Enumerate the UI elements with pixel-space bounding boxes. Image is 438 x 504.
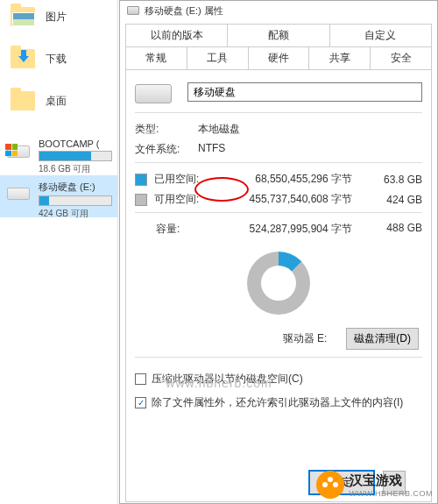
tab-previous-versions[interactable]: 以前的版本 [125,24,228,46]
brand-name: 汉宝游戏 [350,472,434,489]
index-checkbox[interactable] [135,397,146,408]
drive-name: BOOTCAMP ( [39,138,112,149]
disk-cleanup-button[interactable]: 磁盘清理(D) [346,328,419,350]
divider [135,162,422,163]
downloads-folder-icon [11,47,37,70]
used-bytes: 68,550,455,296 字节 [215,172,370,187]
filesystem-value: NTFS [198,142,225,157]
quick-label: 桌面 [46,94,67,109]
divider [135,112,422,113]
tab-general[interactable]: 常规 [125,46,187,70]
type-value: 本地磁盘 [198,122,240,137]
desktop-folder-icon [11,89,37,112]
brand-logo-icon [316,471,344,499]
drive-free-text: 424 GB 可用 [39,208,112,220]
properties-dialog: 移动硬盘 (E:) 属性 以前的版本 配额 自定义 常规 工具 硬件 共享 安全… [119,0,438,504]
divider [135,357,422,358]
type-label: 类型: [135,122,198,137]
disk-icon [127,6,139,15]
tab-sharing[interactable]: 共享 [309,46,371,70]
free-color-swatch [135,194,147,206]
used-human: 63.8 GB [370,174,422,186]
drive-letter-label: 驱动器 E: [283,331,328,346]
drive-name: 移动硬盘 (E:) [39,181,112,194]
windows-logo-icon [5,144,18,156]
drive-usage-bar [39,151,112,161]
compress-label: 压缩此驱动器以节约磁盘空间(C) [152,372,303,387]
drive-item-bootcamp[interactable]: BOOTCAMP ( 18.6 GB 可用 [0,133,117,175]
quick-access-desktop[interactable]: 桌面 [0,84,117,126]
drive-icon [7,142,32,160]
capacity-bytes: 524,287,995,904 字节 [214,222,370,237]
tab-hardware[interactable]: 硬件 [249,46,310,70]
free-label: 可用空间: [154,192,215,207]
drive-list: BOOTCAMP ( 18.6 GB 可用 移动硬盘 (E:) 424 GB 可… [0,133,117,217]
filesystem-label: 文件系统: [135,142,198,157]
free-human: 424 GB [370,194,422,206]
capacity-human: 488 GB [370,222,422,237]
index-label: 除了文件属性外，还允许索引此驱动器上文件的内容(I) [152,395,403,410]
tab-quota[interactable]: 配额 [228,24,329,46]
divider [135,212,422,213]
dialog-title-text: 移动硬盘 (E:) 属性 [145,4,223,18]
capacity-label: 容量: [156,222,214,237]
tab-page-general: 类型:本地磁盘 文件系统:NTFS 已用空间: 68,550,455,296 字… [125,70,432,502]
drive-free-text: 18.6 GB 可用 [39,163,112,175]
volume-name-input[interactable] [187,82,422,102]
tab-security[interactable]: 安全 [371,46,432,70]
pictures-folder-icon [11,5,37,28]
quick-access-downloads[interactable]: 下载 [0,42,117,84]
quick-label: 下载 [46,52,67,67]
quick-label: 图片 [46,10,67,25]
disk-large-icon [135,84,172,103]
brand-url: WWW.HBHERB.COM [350,489,434,498]
tab-tools[interactable]: 工具 [187,46,249,70]
tab-customize[interactable]: 自定义 [330,24,432,46]
compress-checkbox[interactable] [135,373,146,385]
drive-icon [7,184,32,202]
explorer-sidebar: 图片 下载 桌面 BOOTCAMP ( 18.6 GB 可用 移动硬盘 (E:) [0,0,118,504]
tab-container: 以前的版本 配额 自定义 常规 工具 硬件 共享 安全 [120,20,437,70]
free-bytes: 455,737,540,608 字节 [215,192,370,207]
drive-usage-bar [39,195,112,206]
used-label: 已用空间: [154,172,215,187]
quick-access-pictures[interactable]: 图片 [0,0,117,42]
dialog-titlebar: 移动硬盘 (E:) 属性 [120,1,437,20]
used-color-swatch [135,174,147,186]
drive-item-removable[interactable]: 移动硬盘 (E:) 424 GB 可用 [0,175,117,217]
brand-badge-container: 汉宝游戏 WWW.HBHERB.COM [316,471,434,499]
usage-pie-chart [135,244,422,323]
